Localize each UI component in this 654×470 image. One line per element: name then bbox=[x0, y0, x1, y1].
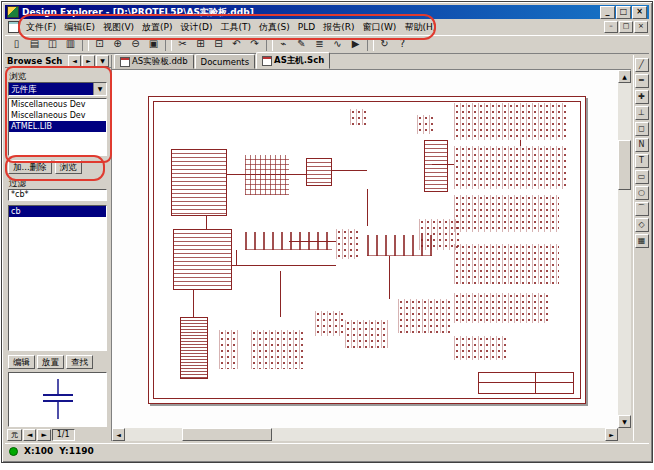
menu-item-0[interactable]: 文件(F) bbox=[22, 21, 60, 34]
tab-0[interactable]: AS实验板.ddb bbox=[114, 54, 194, 69]
open-icon[interactable]: ▤ bbox=[26, 37, 43, 52]
power-port-tool-icon[interactable]: ⊥ bbox=[635, 106, 649, 120]
library-item[interactable]: Miscellaneous Dev bbox=[9, 99, 106, 110]
tab-2[interactable]: AS主机.Sch bbox=[256, 52, 330, 69]
schematic-cluster[interactable] bbox=[424, 140, 448, 192]
schematic-cluster[interactable] bbox=[315, 311, 343, 335]
schematic-sheet[interactable] bbox=[148, 96, 586, 404]
panel-right-arrow-button[interactable]: ► bbox=[82, 55, 95, 67]
component-item[interactable]: cb bbox=[9, 206, 106, 217]
redo-icon[interactable]: ↷ bbox=[246, 37, 263, 52]
pager-next-button[interactable]: ► bbox=[37, 429, 50, 441]
text-tool-icon[interactable]: T bbox=[635, 154, 649, 168]
schematic-cluster[interactable] bbox=[454, 336, 506, 360]
net-label-tool-icon[interactable]: N bbox=[635, 138, 649, 152]
drawing-tools-icon[interactable]: ✎ bbox=[293, 37, 310, 52]
library-list[interactable]: Miscellaneous DevMiscellaneous DevATMEL.… bbox=[8, 98, 107, 156]
edit-button[interactable]: 编辑 bbox=[8, 355, 35, 369]
wiring-tools-icon[interactable]: ⌁ bbox=[275, 37, 292, 52]
zoom-all-icon[interactable]: ▣ bbox=[145, 37, 162, 52]
menu-item-9[interactable]: 窗口(W) bbox=[358, 21, 400, 34]
add-remove-button[interactable]: 加...删除 bbox=[8, 160, 52, 174]
scroll-up-button[interactable]: ▲ bbox=[618, 70, 631, 83]
schematic-cluster[interactable] bbox=[454, 103, 567, 140]
print-icon[interactable]: ▥ bbox=[62, 37, 79, 52]
minimize-button[interactable]: _ bbox=[600, 6, 615, 19]
schematic-cluster[interactable] bbox=[219, 330, 239, 370]
polygon-tool-icon[interactable]: ◇ bbox=[635, 218, 649, 232]
zoom-out-icon[interactable]: ⊖ bbox=[127, 37, 144, 52]
library-item[interactable]: ATMEL.LIB bbox=[9, 121, 106, 132]
tab-1[interactable]: Documents bbox=[195, 54, 255, 69]
rotate-icon[interactable]: ↻ bbox=[376, 37, 393, 52]
dropdown-arrow-icon[interactable]: ▼ bbox=[93, 83, 106, 95]
scroll-down-button[interactable]: ▼ bbox=[618, 415, 631, 428]
panel-dropdown-button[interactable]: ▼ bbox=[96, 55, 109, 67]
simulate-icon[interactable]: ∿ bbox=[329, 37, 346, 52]
menu-item-4[interactable]: 设计(D) bbox=[177, 21, 217, 34]
library-item[interactable]: Miscellaneous Dev bbox=[9, 110, 106, 121]
find-button[interactable]: 查找 bbox=[66, 355, 93, 369]
close-button[interactable]: × bbox=[632, 6, 647, 19]
bus-tool-icon[interactable]: ═ bbox=[635, 74, 649, 88]
paste-icon[interactable]: ⊟ bbox=[210, 37, 227, 52]
schematic-cluster[interactable] bbox=[245, 155, 289, 195]
array-tool-icon[interactable]: ▦ bbox=[635, 234, 649, 248]
schematic-cluster[interactable] bbox=[350, 109, 367, 124]
schematic-cluster[interactable] bbox=[454, 195, 559, 232]
schematic-canvas[interactable] bbox=[112, 70, 618, 428]
arc-tool-icon[interactable]: ⌒ bbox=[635, 202, 649, 216]
panel-left-arrow-button[interactable]: ◄ bbox=[68, 55, 81, 67]
pager-prev-button[interactable]: ◄ bbox=[23, 429, 36, 441]
schematic-cluster[interactable] bbox=[454, 244, 559, 284]
maximize-button[interactable]: □ bbox=[616, 6, 631, 19]
mdi-close-button[interactable]: × bbox=[634, 21, 648, 33]
category-dropdown[interactable]: 元件库 ▼ bbox=[8, 82, 107, 96]
schematic-cluster[interactable] bbox=[345, 320, 389, 348]
footer-button[interactable]: 元 bbox=[7, 429, 22, 441]
copy-icon[interactable]: ⊞ bbox=[192, 37, 209, 52]
menu-item-5[interactable]: 工具(T) bbox=[217, 21, 256, 34]
undo-icon[interactable]: ↶ bbox=[228, 37, 245, 52]
menu-item-3[interactable]: 放置(P) bbox=[138, 21, 176, 34]
horizontal-scrollbar[interactable]: ◄ ► bbox=[112, 428, 618, 441]
menu-item-6[interactable]: 仿真(S) bbox=[255, 21, 294, 34]
new-document-icon[interactable]: ▯ bbox=[8, 37, 25, 52]
schematic-cluster[interactable] bbox=[454, 146, 567, 189]
run-icon[interactable]: ▶ bbox=[347, 37, 364, 52]
schematic-cluster[interactable] bbox=[478, 372, 574, 393]
menu-item-7[interactable]: PLD bbox=[294, 22, 319, 32]
place-button[interactable]: 放置 bbox=[37, 355, 64, 369]
zoom-in-icon[interactable]: ⊕ bbox=[109, 37, 126, 52]
menu-item-8[interactable]: 报告(R) bbox=[319, 21, 358, 34]
rectangle-tool-icon[interactable]: ▭ bbox=[635, 170, 649, 184]
app-icon[interactable] bbox=[7, 6, 19, 18]
mdi-restore-button[interactable]: □ bbox=[619, 21, 633, 33]
schematic-cluster[interactable] bbox=[171, 149, 228, 216]
schematic-cluster[interactable] bbox=[417, 115, 434, 133]
mdi-minimize-button[interactable]: – bbox=[604, 21, 618, 33]
scroll-left-button[interactable]: ◄ bbox=[112, 428, 125, 441]
junction-tool-icon[interactable]: ✚ bbox=[635, 90, 649, 104]
horizontal-scroll-thumb[interactable] bbox=[182, 428, 272, 441]
schematic-cluster[interactable] bbox=[306, 158, 332, 186]
part-tool-icon[interactable]: ◻ bbox=[635, 122, 649, 136]
ellipse-tool-icon[interactable]: ○ bbox=[635, 186, 649, 200]
filter-input[interactable]: *cb* bbox=[8, 189, 107, 201]
library-icon[interactable]: ≣ bbox=[311, 37, 328, 52]
vertical-scroll-thumb[interactable] bbox=[618, 140, 631, 190]
schematic-cluster[interactable] bbox=[336, 229, 358, 260]
schematic-cluster[interactable] bbox=[454, 293, 550, 324]
schematic-cluster[interactable] bbox=[398, 299, 450, 333]
menu-item-1[interactable]: 编辑(E) bbox=[60, 21, 99, 34]
component-list[interactable]: cb bbox=[8, 205, 107, 351]
schematic-cluster[interactable] bbox=[419, 219, 458, 250]
browse-button[interactable]: 浏览 bbox=[55, 160, 82, 174]
wire-tool-icon[interactable]: ╱ bbox=[635, 58, 649, 72]
help-icon[interactable]: ? bbox=[394, 37, 411, 52]
schematic-cluster[interactable] bbox=[173, 229, 232, 290]
menu-item-10[interactable]: 帮助(H) bbox=[400, 21, 440, 34]
scroll-right-button[interactable]: ► bbox=[605, 428, 618, 441]
vertical-scrollbar[interactable]: ▲ ▼ bbox=[618, 70, 631, 428]
zoom-window-icon[interactable]: ⊡ bbox=[91, 37, 108, 52]
